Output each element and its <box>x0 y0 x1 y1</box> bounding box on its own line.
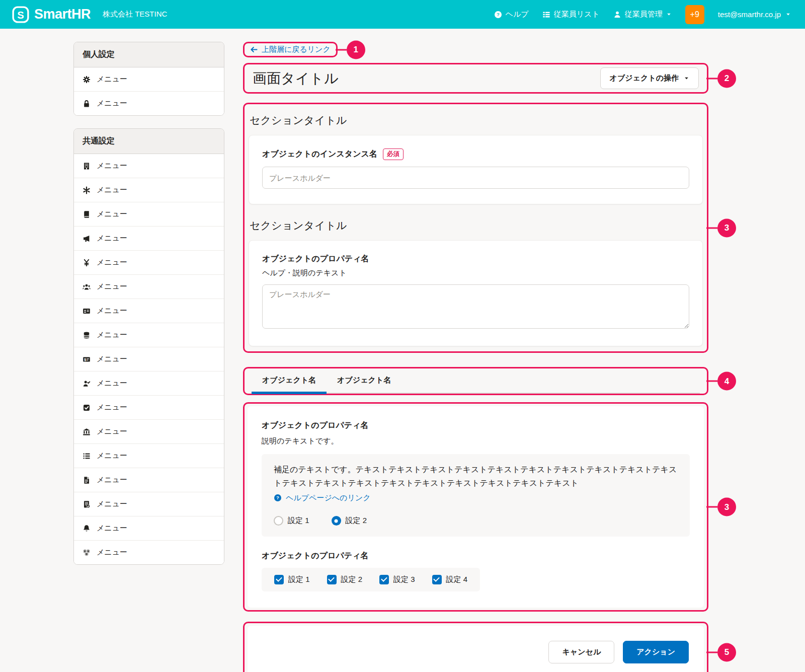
sidebar-item[interactable]: メニュー <box>74 67 224 92</box>
main-content: 上階層に戻るリンク 1 画面タイトル オブジェクトの操作 2 セクションタイトル… <box>243 42 708 672</box>
id-card-icon <box>83 307 91 315</box>
section-title: セクションタイトル <box>250 113 702 127</box>
header-nav-item[interactable]: 従業員リスト <box>542 10 600 19</box>
account-menu[interactable]: test@smarthr.co.jp <box>718 10 791 19</box>
checkbox-checked-icon[interactable] <box>379 575 389 584</box>
checkbox-option[interactable]: 設定 3 <box>379 575 415 584</box>
sidebar-item-label: メニュー <box>97 427 127 436</box>
svg-text:?: ? <box>497 12 500 17</box>
header-nav-item[interactable]: 従業員管理 <box>613 10 672 19</box>
sidebar-group: 個人設定メニューメニュー <box>73 42 224 116</box>
instance-name-input[interactable] <box>262 167 689 189</box>
checkbox-checked-icon[interactable] <box>327 575 337 584</box>
sidebar-item-label: メニュー <box>97 475 127 485</box>
account-email: test@smarthr.co.jp <box>718 10 781 19</box>
sidebar-item[interactable]: メニュー <box>74 92 224 115</box>
sidebar-group-title: 個人設定 <box>74 42 224 67</box>
property-textarea[interactable] <box>262 284 689 329</box>
supplementary-note-box: 補足のテキストです。テキストテキストテキストテキストテキストテキストテキストテキ… <box>262 454 690 537</box>
radio-checked-icon[interactable] <box>332 516 341 526</box>
app-header: S SmartHR 株式会社 TESTINC ?ヘルプ従業員リスト従業員管理 +… <box>0 0 805 29</box>
sidebar-item[interactable]: メニュー <box>74 227 224 251</box>
sidebar-item-label: メニュー <box>97 499 127 509</box>
sidebar-item[interactable]: メニュー <box>74 299 224 323</box>
sidebar-item-label: メニュー <box>97 330 127 340</box>
company-name: 株式会社 TESTINC <box>103 10 167 19</box>
panel-property-label: オブジェクトのプロパティ名 <box>262 420 369 431</box>
header-nav-label: 従業員リスト <box>554 10 600 19</box>
yen-icon <box>83 259 91 267</box>
sidebar-item-label: メニュー <box>97 548 127 557</box>
sidebar-item[interactable]: メニュー <box>74 541 224 564</box>
sidebar-item[interactable]: メニュー <box>74 275 224 299</box>
smarthr-logo[interactable]: S SmartHR 株式会社 TESTINC <box>12 6 167 23</box>
back-link-label: 上階層に戻るリンク <box>262 45 331 54</box>
sidebar-item[interactable]: メニュー <box>74 371 224 396</box>
action-button[interactable]: アクション <box>623 641 689 663</box>
page-body: 個人設定メニューメニュー共通設定メニューメニューメニューメニューメニューメニュー… <box>0 29 805 672</box>
sidebar-item[interactable]: メニュー <box>74 154 224 178</box>
sidebar-item-label: メニュー <box>97 306 127 316</box>
sidebar-item-label: メニュー <box>97 161 127 171</box>
checkbox-option[interactable]: 設定 1 <box>274 575 310 584</box>
checkbox-option[interactable]: 設定 2 <box>327 575 363 584</box>
radio-unchecked-icon[interactable] <box>274 516 283 526</box>
svg-text:?: ? <box>276 495 279 501</box>
help-circle-icon: ? <box>274 494 282 502</box>
sidebar-item-label: メニュー <box>97 99 127 108</box>
tab[interactable]: オブジェクト名 <box>327 376 401 393</box>
section-title: セクションタイトル <box>250 218 702 233</box>
required-badge: 必須 <box>383 148 404 160</box>
header-nav-label: 従業員管理 <box>625 10 663 19</box>
sidebar-item[interactable]: メニュー <box>74 516 224 541</box>
cancel-button[interactable]: キャンセル <box>548 641 614 663</box>
sidebar-item[interactable]: メニュー <box>74 420 224 444</box>
users-icon <box>83 283 91 291</box>
radio-option[interactable]: 設定 2 <box>332 516 367 526</box>
checkbox-checked-icon[interactable] <box>432 575 442 584</box>
panel-property2-label: オブジェクトのプロパティ名 <box>262 551 369 561</box>
annotation-box-action-bar: キャンセル アクション 5 <box>243 622 708 672</box>
chevron-down-icon <box>666 12 672 17</box>
tab-active[interactable]: オブジェクト名 <box>252 376 327 393</box>
sidebar-item[interactable]: メニュー <box>74 492 224 516</box>
sidebar-item[interactable]: メニュー <box>74 396 224 420</box>
megaphone-icon <box>83 235 91 243</box>
form-card-property: オブジェクトのプロパティ名 ヘルプ・説明のテキスト <box>249 240 703 346</box>
help-page-link[interactable]: ? ヘルプページへのリンク <box>274 493 371 503</box>
annotation-box-tab-panel: オブジェクトのプロパティ名 説明のテキストです。 補足のテキストです。テキストテ… <box>243 402 708 612</box>
header-nav-item[interactable]: ?ヘルプ <box>494 10 529 19</box>
annotation-box-back-link: 上階層に戻るリンク 1 <box>243 42 338 57</box>
checkbox-checked-icon[interactable] <box>274 575 284 584</box>
sidebar-item[interactable]: メニュー <box>74 468 224 492</box>
radio-option[interactable]: 設定 1 <box>274 516 309 526</box>
radio-label: 設定 2 <box>346 516 367 526</box>
chevron-down-icon <box>785 12 791 17</box>
back-link[interactable]: 上階層に戻るリンク <box>250 45 331 54</box>
smarthr-logo-icon: S <box>12 6 29 23</box>
annotation-box-page-title: 画面タイトル オブジェクトの操作 2 <box>243 63 708 94</box>
panel-description: 説明のテキストです。 <box>262 436 690 446</box>
svg-text:S: S <box>17 9 24 20</box>
page-title: 画面タイトル <box>253 69 339 88</box>
sidebar-item[interactable]: メニュー <box>74 323 224 347</box>
checkbox-label: 設定 3 <box>393 575 415 584</box>
sidebar-item-label: メニュー <box>97 282 127 291</box>
sidebar-item[interactable]: メニュー <box>74 444 224 468</box>
check-square-icon <box>83 404 91 412</box>
sidebar-item[interactable]: メニュー <box>74 202 224 227</box>
sidebar-item[interactable]: メニュー <box>74 178 224 202</box>
instance-name-label: オブジェクトのインスタンス名 <box>262 149 377 160</box>
annotation-circle-4: 4 <box>717 372 736 391</box>
arrow-left-icon <box>250 46 258 53</box>
tab-panel-card: オブジェクトのプロパティ名 説明のテキストです。 補足のテキストです。テキストテ… <box>248 406 704 608</box>
object-actions-button[interactable]: オブジェクトの操作 <box>600 67 699 89</box>
header-nav-label: ヘルプ <box>506 10 529 19</box>
checkbox-option[interactable]: 設定 4 <box>432 575 468 584</box>
notification-count-badge[interactable]: +9 <box>685 5 704 24</box>
file-icon <box>83 476 91 484</box>
sidebar-item[interactable]: メニュー <box>74 251 224 275</box>
sidebar-item-label: メニュー <box>97 74 127 84</box>
sidebar-item-label: メニュー <box>97 185 127 195</box>
sidebar-item[interactable]: $メニュー <box>74 347 224 371</box>
